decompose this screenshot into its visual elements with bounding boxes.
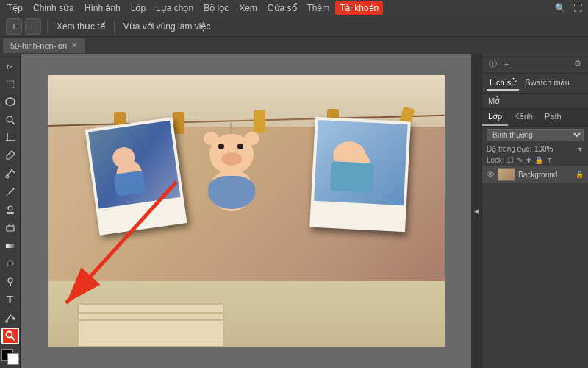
svg-point-5 [8,206,12,210]
layers-section: Lớp Kênh Path Bình thường Độ trong đục: … [482,108,588,368]
photo-inner-left [88,121,181,209]
svg-rect-8 [6,244,15,248]
pig-plush-center [195,123,268,219]
eraser-tool[interactable] [1,219,19,236]
panel-settings-icon[interactable]: ⚙ [572,58,584,69]
lasso-tool[interactable] [1,93,19,110]
svg-point-10 [8,278,12,283]
fit-workspace-label[interactable]: Vừa với vùng làm việc [121,21,214,32]
info-icon[interactable]: ⓘ [487,57,499,70]
toolbar-divider2 [114,20,115,33]
main-area: ▹ ⬚ T [0,54,588,368]
pig-figure-card [105,146,152,203]
tab-layers[interactable]: Lớp [482,109,508,126]
color-swatch[interactable] [1,349,19,365]
tab-swatch[interactable]: Swatch màu [522,77,573,91]
opacity-value[interactable]: 100% [534,145,553,153]
svg-rect-12 [12,317,15,319]
quick-select-tool[interactable] [1,111,19,127]
svg-point-14 [6,332,12,338]
svg-point-0 [7,116,12,122]
background-color[interactable] [7,353,19,365]
furniture [77,303,224,347]
eyedropper-tool[interactable] [1,147,19,163]
opacity-arrow[interactable]: ▼ [577,146,584,153]
gradient-tool[interactable] [1,238,19,254]
path-tool[interactable] [1,309,19,325]
opacity-label: Độ trong đục: [487,145,531,153]
menu-chinhhsua[interactable]: Chỉnh sửa [29,1,79,15]
brush-tool[interactable] [1,183,19,199]
svg-rect-13 [5,320,7,322]
svg-line-15 [11,337,15,341]
canvas-area[interactable] [21,54,471,368]
tab-path[interactable]: Path [539,109,567,126]
lock-paint-icon[interactable]: ✎ [517,156,523,164]
blend-mode-select[interactable]: Bình thường [487,129,584,141]
layer-thumbnail [498,168,515,181]
photo-card-right [309,117,411,233]
history-swatch-tabs: Lịch sử Swatch màu [482,74,588,94]
wall-area [48,75,445,127]
photo-inner-right [314,120,408,205]
panel-collapse-btn[interactable]: ◀ [471,54,481,368]
zoom-in-btn[interactable]: + [6,18,22,35]
zoom-out-btn[interactable]: − [25,18,41,35]
lock-icon-layer: 🔒 [576,171,584,178]
menu-hinhanh[interactable]: Hình ảnh [80,1,125,15]
lock-t-label: T [548,157,552,164]
tab-close-btn[interactable]: ✕ [71,41,77,49]
tab-bar: 50-hinh-nen-lon ✕ [0,37,588,54]
history-open-item[interactable]: Mở [482,94,588,108]
right-panel-top: ⓘ ≡ ⚙ [482,54,588,74]
toolbar-divider [47,20,48,33]
zoom-tool[interactable] [1,328,19,344]
menu-boloc[interactable]: Bộ lọc [199,1,233,15]
stamp-tool[interactable] [1,202,19,218]
type-tool[interactable]: T [1,291,19,308]
opacity-row: Độ trong đục: 100% ▼ [482,144,588,155]
search-icon[interactable]: 🔍 [552,1,569,15]
menu-bar: Tệp Chỉnh sửa Hình ảnh Lớp Lựa chọn Bộ l… [0,0,588,16]
layer-item-background[interactable]: 👁 Background 🔒 [482,166,588,184]
crop-tool[interactable] [1,130,19,146]
tab-file[interactable]: 50-hinh-nen-lon ✕ [3,38,85,53]
menu-luachon[interactable]: Lựa chọn [151,1,198,15]
menu-xem[interactable]: Xem [234,1,262,15]
layers-tabs: Lớp Kênh Path [482,109,588,127]
lock-move-icon[interactable]: ✚ [526,156,531,164]
svg-point-9 [7,261,13,266]
menu-taikhoan[interactable]: Tài khoản [335,1,383,15]
menu-tep[interactable]: Tệp [3,1,27,15]
menu-lop[interactable]: Lớp [126,1,150,15]
dodge-tool[interactable] [1,273,19,289]
tab-channels[interactable]: Kênh [508,109,539,126]
lock-all-icon[interactable]: 🔒 [534,156,543,164]
panel-menu-icon[interactable]: ≡ [502,59,511,69]
photo-card-left [85,117,187,235]
lock-checkbox-icon[interactable]: ☐ [507,156,514,164]
svg-line-1 [12,121,15,124]
tab-file-label: 50-hinh-nen-lon [10,41,67,50]
blur-tool[interactable] [1,255,19,272]
menu-cuaso[interactable]: Cửa sổ [263,1,301,15]
tab-history[interactable]: Lịch sử [487,77,519,91]
canvas-image [48,75,445,347]
svg-rect-7 [7,226,14,231]
fullscreen-icon[interactable]: ⛶ [570,1,585,15]
layer-name: Background [518,171,557,179]
marquee-tool[interactable]: ⬚ [1,75,19,91]
lock-label: Lock: [487,156,504,164]
scene-background [48,75,445,347]
move-tool[interactable]: ▹ [1,57,19,74]
lock-row: Lock: ☐ ✎ ✚ 🔒 T [482,155,588,166]
view-actual-label[interactable]: Xem thực tế [54,21,108,32]
secondary-toolbar: + − Xem thực tế Vừa với vùng làm việc [0,16,588,37]
healing-tool[interactable] [1,166,19,182]
right-panel: ⓘ ≡ ⚙ Lịch sử Swatch màu Mở Lớp Kênh Pat… [481,54,588,368]
svg-rect-6 [7,212,14,214]
layer-visibility-icon[interactable]: 👁 [487,170,495,179]
collapse-icon: ◀ [473,208,480,215]
left-toolbar: ▹ ⬚ T [0,54,21,368]
menu-them[interactable]: Thêm [303,1,334,15]
